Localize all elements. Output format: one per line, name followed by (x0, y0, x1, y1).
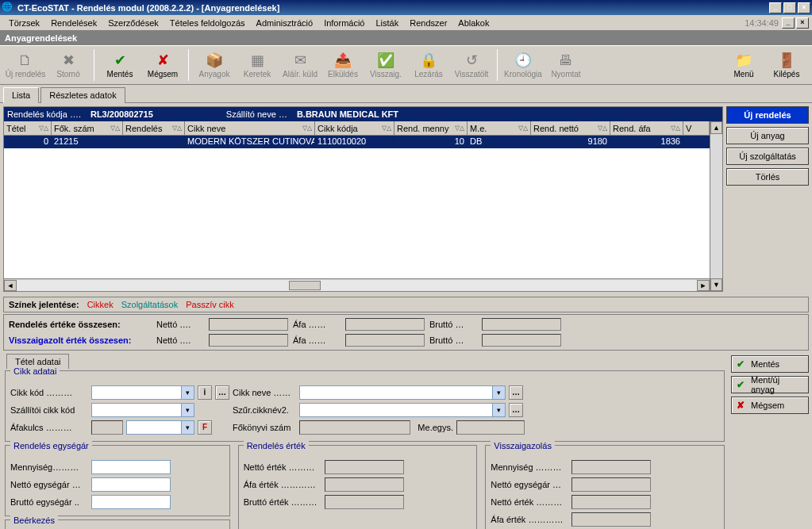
sum-conf-netto (209, 334, 288, 347)
maximize-button[interactable]: □ (783, 2, 796, 13)
sums-panel: Rendelés értéke összesen: Nettó …. Áfa …… (3, 314, 809, 351)
frame-icon: ▦ (248, 52, 266, 69)
browse-button-2[interactable]: … (509, 385, 523, 400)
legend-szolg: Szolgáltatások (121, 300, 179, 309)
f-button[interactable]: F (198, 420, 212, 435)
menu-rendelesek[interactable]: Rendelések (45, 17, 102, 29)
col-menny[interactable]: Rend. menny▽△ (394, 121, 468, 135)
tb-visszaig[interactable]: ✅Visszaig. (365, 48, 406, 82)
sign-icon: ✉ (291, 52, 309, 69)
panel-title: Anyagrendelések (0, 31, 812, 45)
szur-input[interactable]: ▾ (299, 403, 506, 417)
tb-uj-rendeles[interactable]: 🗋Új rendelés (5, 48, 46, 82)
menu-torzsek[interactable]: Törzsek (3, 17, 45, 29)
send-icon: 📤 (334, 52, 352, 69)
order-code-value: RL3/200802715 (90, 109, 153, 119)
grid-header: Tétel▽△ Fők. szám▽△ Rendelés▽△ Cikk neve… (4, 121, 710, 136)
menu-ablakok[interactable]: Ablakok (452, 17, 495, 29)
col-cikknev[interactable]: Cikk neve▽△ (185, 121, 315, 135)
vi-menny (571, 460, 651, 474)
clock: 14:34:49 (745, 18, 782, 28)
side-uj-szolg[interactable]: Új szolgáltatás (726, 148, 809, 165)
tab-lista[interactable]: Lista (3, 87, 39, 103)
act-ment-uj[interactable]: ✔Ment/új anyag (731, 376, 809, 393)
supplier-label: Szállító neve … (226, 109, 287, 119)
col-fokszam[interactable]: Fők. szám▽△ (52, 121, 123, 135)
tb-keretek[interactable]: ▦Keretek (237, 48, 278, 82)
clock-icon: 🕘 (514, 52, 532, 69)
browse-button-3[interactable]: … (509, 403, 523, 417)
chevron-down-icon[interactable]: ▾ (181, 386, 194, 399)
exit-icon: 🚪 (778, 52, 795, 69)
mdi-minimize[interactable]: _ (782, 17, 795, 29)
menu-rendszer[interactable]: Rendszer (404, 17, 452, 29)
chevron-down-icon[interactable]: ▾ (492, 404, 505, 416)
scroll-down-icon[interactable]: ▼ (710, 278, 722, 291)
side-uj-rendeles[interactable]: Új rendelés (726, 106, 809, 124)
chevron-down-icon[interactable]: ▾ (181, 404, 194, 416)
rv-netto (325, 460, 404, 474)
menny-input[interactable] (91, 460, 171, 474)
netto-egys-input[interactable] (91, 477, 171, 492)
minimize-button[interactable]: _ (769, 2, 782, 13)
tb-megsem[interactable]: ✘Mégsem (142, 48, 183, 82)
col-me[interactable]: M.e.▽△ (468, 121, 531, 135)
grid-body[interactable]: 0 21215 MODERN KÖTSZER CUTINOVA 11100100… (4, 136, 710, 278)
menu-teteles[interactable]: Tételes feldolgozás (164, 17, 251, 29)
rv-afa (325, 477, 404, 492)
v-scrollbar[interactable]: ▲ ▼ (710, 121, 722, 291)
tb-storno[interactable]: ✖Stornó (48, 48, 89, 82)
tb-elkuldes[interactable]: 📤Elküldés (322, 48, 364, 82)
afakulcs-box (91, 420, 123, 435)
act-megsem[interactable]: ✘Mégsem (731, 397, 809, 414)
info-button[interactable]: i (198, 385, 212, 400)
browse-button[interactable]: … (215, 385, 229, 400)
menu-info[interactable]: Információ (318, 17, 370, 29)
tb-nyomtat[interactable]: 🖶Nyomtat (545, 48, 587, 82)
sum-conf-brutto (482, 334, 561, 347)
mdi-close[interactable]: × (796, 17, 809, 29)
legend-passziv: Passzív cikk (186, 300, 234, 309)
scroll-left-icon[interactable]: ◄ (4, 280, 17, 291)
tb-mentes[interactable]: ✔Mentés (99, 48, 140, 82)
col-rendeles[interactable]: Rendelés▽△ (123, 121, 185, 135)
tb-menu[interactable]: 📁Menü (723, 48, 764, 82)
sum-confirm-title: Visszaigazolt érték összesen: (9, 335, 152, 345)
tab-reszletes[interactable]: Részletes adatok (40, 87, 125, 103)
menu-szerzodesek[interactable]: Szerződések (102, 17, 164, 29)
col-netto[interactable]: Rend. nettó▽△ (531, 121, 610, 135)
tb-alair[interactable]: ✉Aláír. küld (279, 48, 321, 82)
side-torles[interactable]: Törlés (726, 168, 809, 186)
chevron-down-icon[interactable]: ▾ (181, 421, 194, 434)
fokonyvi-box (299, 420, 410, 435)
check-icon: ✔ (737, 379, 745, 390)
scroll-up-icon[interactable]: ▲ (710, 121, 722, 134)
table-row[interactable]: 0 21215 MODERN KÖTSZER CUTINOVA 11100100… (4, 136, 710, 148)
side-uj-anyag[interactable]: Új anyag (726, 127, 809, 144)
tb-lezaras[interactable]: 🔒Lezárás (408, 48, 449, 82)
close-button[interactable]: × (798, 2, 810, 13)
col-cikkkod[interactable]: Cikk kódja▽△ (315, 121, 394, 135)
folder-icon: 📁 (735, 52, 752, 69)
cikk-neve-input[interactable]: ▾ (299, 385, 506, 400)
cikk-kod-input[interactable]: ▾ (91, 385, 194, 400)
h-scrollbar[interactable]: ◄ ► (4, 278, 710, 291)
col-v[interactable]: V (683, 121, 710, 135)
brutto-egys-input[interactable] (91, 495, 171, 509)
chevron-down-icon[interactable]: ▾ (492, 386, 505, 399)
act-mentes[interactable]: ✔Mentés (731, 355, 809, 373)
afakulcs-input[interactable]: ▾ (126, 420, 194, 435)
scroll-right-icon[interactable]: ► (697, 280, 710, 291)
titlebar: 🌐 CT-EcoSTAT - Rendelés modul (2008.2.2.… (0, 0, 812, 15)
col-tetel[interactable]: Tétel▽△ (4, 121, 52, 135)
col-afa[interactable]: Rend. áfa▽△ (610, 121, 683, 135)
szallito-kod-input[interactable]: ▾ (91, 403, 194, 417)
tb-anyagok[interactable]: 📦Anyagok (194, 48, 235, 82)
tb-kronologia[interactable]: 🕘Kronológia (502, 48, 544, 82)
check-icon: ✔ (111, 52, 129, 69)
tb-visszatolt[interactable]: ↺Visszatölt (451, 48, 492, 82)
legend-title: Színek jelentése: (9, 300, 79, 309)
menu-admin[interactable]: Adminisztráció (251, 17, 319, 29)
tb-kilepes[interactable]: 🚪Kilépés (766, 48, 807, 82)
menu-listak[interactable]: Listák (370, 17, 404, 29)
